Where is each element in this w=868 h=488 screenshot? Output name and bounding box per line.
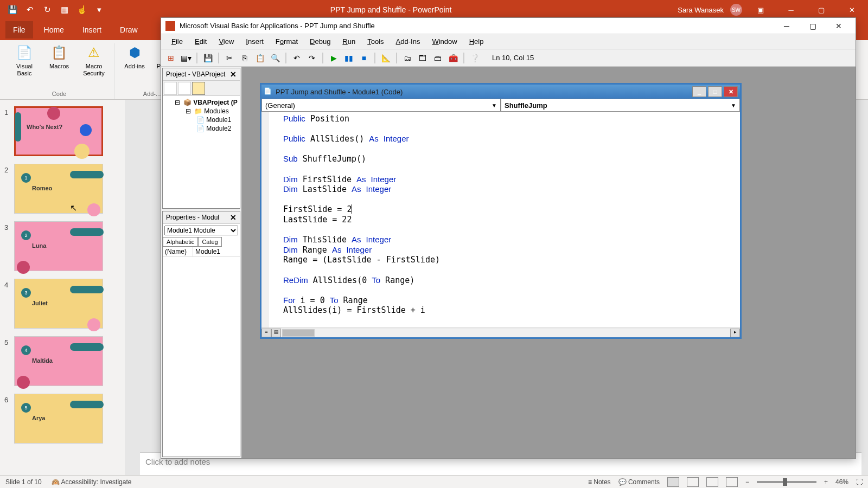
cut-icon[interactable]: ✂ [223, 52, 236, 65]
normal-view-icon[interactable] [667, 477, 679, 487]
slide-thumbnail[interactable]: 3 Juliet [14, 279, 103, 329]
zoom-level[interactable]: 46% [835, 478, 848, 486]
insert-icon[interactable]: ▤▾ [180, 52, 193, 65]
zoom-slider[interactable] [757, 481, 816, 483]
menu-format[interactable]: Format [271, 36, 303, 47]
run-icon[interactable]: ▶ [327, 52, 340, 65]
add-ins-button[interactable]: ⬢ Add-ins [119, 43, 150, 70]
close-icon[interactable]: ✕ [826, 18, 851, 34]
project-panel-title: Project - VBAProject [166, 70, 225, 78]
slide-thumbnail[interactable]: 2 Luna [14, 221, 103, 271]
slide-number: 6 [4, 394, 14, 404]
slide-thumbnail[interactable]: 4 Maltida [14, 336, 103, 386]
properties-window-icon[interactable]: 🗔 [416, 52, 429, 65]
alphabetic-tab[interactable]: Alphabetic [163, 237, 198, 247]
minimize-icon[interactable]: _ [692, 86, 706, 97]
full-module-view-icon[interactable]: ≡ [261, 329, 271, 337]
minimize-icon[interactable]: ─ [774, 18, 799, 34]
reset-icon[interactable]: ■ [358, 52, 371, 65]
undo-icon[interactable]: ↶ [25, 5, 35, 15]
zoom-out-button[interactable]: − [745, 478, 749, 486]
user-avatar[interactable]: SW [730, 4, 742, 16]
categorized-tab[interactable]: Categ [198, 237, 221, 247]
slide-thumbnail[interactable]: 5 Arya [14, 394, 103, 444]
save-icon[interactable]: 💾 [8, 5, 17, 15]
procedure-dropdown[interactable]: ShuffleJump▼ [501, 99, 740, 112]
undo-icon[interactable]: ↶ [290, 52, 303, 65]
view-object-icon[interactable] [178, 82, 191, 95]
macro-security-button[interactable]: ⚠ Macro Security [78, 43, 110, 77]
close-icon[interactable]: ✕ [230, 213, 237, 222]
toggle-folders-icon[interactable] [192, 82, 205, 95]
menu-window[interactable]: Window [427, 36, 462, 47]
paste-icon[interactable]: 📋 [253, 52, 266, 65]
notes-button[interactable]: ≡ Notes [588, 478, 611, 486]
find-icon[interactable]: 🔍 [269, 52, 282, 65]
redo-icon[interactable]: ↻ [42, 5, 52, 15]
project-explorer-icon[interactable]: 🗂 [401, 52, 414, 65]
maximize-icon[interactable]: ▢ [809, 0, 833, 20]
reading-view-icon[interactable] [706, 477, 718, 487]
view-powerpoint-icon[interactable]: ⊞ [164, 52, 177, 65]
user-name[interactable]: Sara Wanasek [678, 6, 724, 14]
minimize-icon[interactable]: ─ [779, 0, 803, 20]
help-icon[interactable]: ❔ [468, 52, 481, 65]
close-icon[interactable]: ✕ [724, 86, 738, 97]
comments-button[interactable]: 💬 Comments [618, 478, 660, 486]
design-mode-icon[interactable]: 📐 [379, 52, 392, 65]
project-tree[interactable]: ⊟📦 VBAProject (P ⊟📁 Modules 📄 Module1 📄 … [163, 96, 240, 208]
tab-draw[interactable]: Draw [112, 21, 145, 38]
redo-icon[interactable]: ↷ [305, 52, 318, 65]
menu-insert[interactable]: Insert [241, 36, 269, 47]
property-row[interactable]: (Name) Module1 [163, 247, 240, 257]
menu-run[interactable]: Run [337, 36, 360, 47]
object-dropdown[interactable]: (General)▼ [261, 99, 501, 112]
copy-icon[interactable]: ⎘ [238, 52, 251, 65]
menu-tools[interactable]: Tools [362, 36, 388, 47]
ribbon-display-icon[interactable]: ▣ [749, 0, 773, 20]
code-window-titlebar[interactable]: 📄 PPT Jump and Shuffle - Module1 (Code) … [261, 85, 740, 99]
procedure-view-icon[interactable]: ▤ [271, 329, 281, 337]
save-icon[interactable]: 💾 [201, 52, 214, 65]
close-icon[interactable]: ✕ [840, 0, 864, 20]
menu-debug[interactable]: Debug [305, 36, 335, 47]
menu-help[interactable]: Help [464, 36, 489, 47]
tab-file[interactable]: File [5, 21, 33, 38]
visual-basic-button[interactable]: 📄 Visual Basic [9, 43, 40, 77]
code-editor[interactable]: Public Position Public AllSlides() As In… [261, 112, 740, 328]
toolbox-icon[interactable]: 🧰 [446, 52, 459, 65]
property-value[interactable]: Module1 [193, 247, 222, 256]
customize-qat-icon[interactable]: ▾ [94, 5, 104, 15]
module2-item[interactable]: 📄 Module2 [165, 124, 238, 133]
break-icon[interactable]: ▮▮ [342, 52, 355, 65]
project-root[interactable]: ⊟📦 VBAProject (P [165, 98, 238, 107]
tab-home[interactable]: Home [36, 21, 72, 38]
scroll-right-icon[interactable]: ▸ [730, 329, 740, 337]
slide-thumbnail[interactable]: Who's Next? [14, 106, 103, 156]
menu-addins[interactable]: Add-Ins [391, 36, 425, 47]
menu-edit[interactable]: Edit [190, 36, 212, 47]
fit-to-window-icon[interactable]: ⛶ [856, 478, 863, 486]
code-horizontal-scrollbar[interactable]: ≡ ▤ ▸ [261, 328, 740, 337]
touch-icon[interactable]: ☝ [77, 5, 87, 15]
modules-folder[interactable]: ⊟📁 Modules [165, 107, 238, 115]
module1-item[interactable]: 📄 Module1 [165, 115, 238, 124]
object-browser-icon[interactable]: 🗃 [431, 52, 444, 65]
slide-thumbnails-panel[interactable]: 1 Who's Next? 2 1 Romeo 3 2 [0, 100, 125, 475]
properties-object-select[interactable]: Module1 Module [164, 226, 238, 235]
zoom-in-button[interactable]: + [824, 478, 828, 486]
maximize-icon[interactable]: □ [708, 86, 722, 97]
menu-file[interactable]: File [167, 36, 188, 47]
close-icon[interactable]: ✕ [230, 70, 237, 79]
slideshow-view-icon[interactable] [726, 477, 738, 487]
vba-titlebar[interactable]: Microsoft Visual Basic for Applications … [161, 18, 856, 34]
present-icon[interactable]: ▦ [60, 5, 69, 15]
maximize-icon[interactable]: ▢ [800, 18, 825, 34]
tab-insert[interactable]: Insert [75, 21, 109, 38]
view-code-icon[interactable] [164, 82, 177, 95]
macros-button[interactable]: 📋 Macros [43, 43, 75, 77]
slide-thumbnail[interactable]: 1 Romeo [14, 164, 103, 214]
accessibility-status[interactable]: 🙉 Accessibility: Investigate [52, 478, 132, 486]
slide-sorter-view-icon[interactable] [687, 477, 699, 487]
menu-view[interactable]: View [214, 36, 239, 47]
